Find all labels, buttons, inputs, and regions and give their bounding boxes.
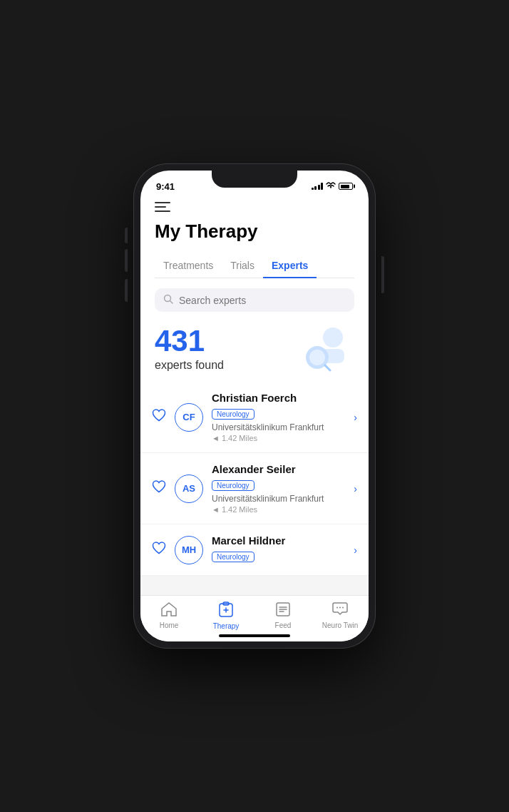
heart-icon-3 — [152, 543, 166, 557]
avatar-mh: MH — [175, 536, 203, 564]
chevron-right-1: › — [354, 412, 357, 423]
expert-name-3: Marcel Hildner — [212, 534, 345, 547]
svg-line-1 — [170, 301, 173, 304]
search-input[interactable] — [179, 295, 346, 306]
search-bar[interactable] — [155, 288, 354, 312]
expert-hospital-2: Universitätsklinikum Frankfurt — [212, 494, 345, 504]
expert-list: CF Christian Foerch Neurology Universitä… — [140, 382, 369, 595]
tab-trials[interactable]: Trials — [222, 254, 263, 278]
svg-point-14 — [339, 607, 341, 609]
chevron-right-2: › — [354, 483, 357, 494]
nav-feed-label: Feed — [275, 621, 292, 629]
chevron-right-3: › — [354, 544, 357, 556]
power-button[interactable] — [381, 256, 384, 293]
favorite-button-3[interactable] — [152, 542, 166, 558]
nav-feed[interactable]: Feed — [254, 602, 312, 629]
nav-home[interactable]: Home — [140, 602, 197, 629]
wifi-icon — [326, 182, 336, 191]
battery-icon — [339, 183, 353, 190]
stats-section: 431 experts found — [140, 319, 369, 382]
avatar-cf: CF — [175, 403, 203, 432]
content-area: My Therapy Treatments Trials Experts — [140, 196, 369, 595]
expert-distance-1: ◄ 1.42 Miles — [212, 434, 345, 442]
expert-card-2[interactable]: AS Alexander Seiler Neurology Universitä… — [140, 453, 369, 524]
search-container — [140, 278, 369, 319]
expert-name-1: Christian Foerch — [212, 392, 345, 404]
notch — [212, 171, 297, 188]
search-icon — [163, 294, 173, 306]
expert-card-3[interactable]: MH Marcel Hildner Neurology › — [140, 524, 369, 576]
svg-point-2 — [323, 328, 343, 347]
signal-icon — [312, 183, 324, 190]
tab-bar: Treatments Trials Experts — [155, 254, 354, 278]
expert-info-2: Alexander Seiler Neurology Universitätsk… — [212, 463, 345, 514]
home-indicator — [219, 634, 290, 637]
svg-point-5 — [309, 350, 325, 365]
status-time: 9:41 — [156, 181, 175, 192]
svg-point-13 — [336, 607, 338, 609]
expert-illustration — [297, 322, 354, 379]
expert-info-3: Marcel Hildner Neurology — [212, 534, 345, 565]
volume-down-button[interactable] — [125, 279, 128, 302]
feed-icon — [276, 602, 290, 620]
therapy-icon — [219, 602, 233, 621]
heart-icon — [152, 410, 166, 425]
expert-distance-2: ◄ 1.42 Miles — [212, 505, 345, 514]
status-icons — [312, 182, 354, 191]
tab-treatments[interactable]: Treatments — [155, 254, 222, 278]
nav-neuro-twin-label: Neuro Twin — [322, 621, 358, 629]
page-title: My Therapy — [155, 220, 354, 243]
svg-line-6 — [325, 365, 330, 370]
expert-info-1: Christian Foerch Neurology Universitätsk… — [212, 392, 345, 442]
tab-experts[interactable]: Experts — [263, 254, 317, 278]
hamburger-menu[interactable] — [155, 202, 172, 212]
volume-up-button[interactable] — [125, 249, 128, 272]
svg-point-15 — [342, 607, 344, 609]
expert-card[interactable]: CF Christian Foerch Neurology Universitä… — [140, 382, 369, 453]
specialty-badge-1: Neurology — [212, 409, 254, 420]
battery-fill — [341, 185, 349, 188]
specialty-badge-2: Neurology — [212, 480, 254, 491]
app-header: My Therapy — [140, 196, 369, 254]
specialty-badge-3: Neurology — [212, 552, 254, 562]
avatar-as: AS — [175, 474, 203, 503]
expert-name-2: Alexander Seiler — [212, 463, 345, 475]
favorite-button-1[interactable] — [152, 409, 166, 425]
nav-therapy-label: Therapy — [213, 622, 240, 630]
location-icon-2: ◄ — [212, 505, 220, 514]
neuro-twin-icon — [332, 602, 348, 620]
phone-screen: 9:41 — [140, 171, 369, 641]
home-icon — [161, 602, 177, 620]
phone-frame: 9:41 — [133, 163, 376, 649]
nav-therapy[interactable]: Therapy — [197, 602, 254, 630]
nav-home-label: Home — [160, 621, 179, 629]
silent-switch — [125, 228, 128, 243]
location-icon-1: ◄ — [212, 434, 220, 442]
favorite-button-2[interactable] — [152, 480, 166, 497]
heart-icon-2 — [152, 482, 166, 496]
nav-neuro-twin[interactable]: Neuro Twin — [312, 602, 369, 629]
expert-hospital-1: Universitätsklinikum Frankfurt — [212, 422, 345, 432]
